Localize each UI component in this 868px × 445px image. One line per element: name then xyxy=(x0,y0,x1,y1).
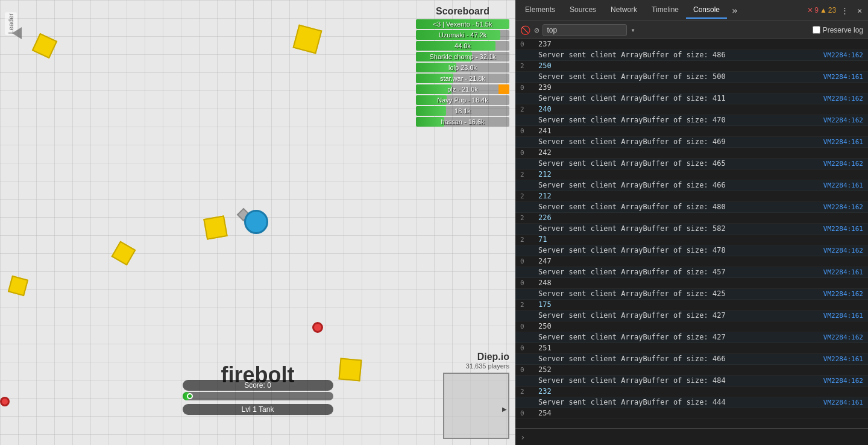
tab-elements[interactable]: Elements xyxy=(518,2,562,19)
level-bar: Lvl 1 Tank xyxy=(183,404,333,415)
console-input[interactable] xyxy=(529,433,863,441)
console-row-source[interactable]: VM2284:162 xyxy=(823,203,863,211)
console-row: Server sent client ArrayBuffer of size: … xyxy=(515,180,868,191)
console-row-prefix: 2 xyxy=(520,388,538,396)
scoreboard-entry: plz - 21.0k xyxy=(416,84,509,94)
score-label: Score: 0 xyxy=(183,380,333,391)
console-row: 0250 xyxy=(515,321,868,332)
console-row: Server sent client ArrayBuffer of size: … xyxy=(515,289,868,300)
console-row-prefix: 0 xyxy=(520,257,538,265)
preserve-log-text: Preserve log xyxy=(823,26,863,34)
console-row-prefix: 0 xyxy=(520,279,538,287)
console-row-message: Server sent client ArrayBuffer of size: … xyxy=(538,224,819,233)
red-circle-2 xyxy=(0,397,10,406)
preserve-log-checkbox[interactable] xyxy=(813,26,820,34)
filter-dropdown[interactable]: ▾ xyxy=(631,26,635,34)
console-row-prefix: 2 xyxy=(520,192,538,200)
console-row-message: Server sent client ArrayBuffer of size: … xyxy=(538,376,819,385)
console-row-source[interactable]: VM2284:162 xyxy=(823,160,863,168)
console-row-source[interactable]: VM2284:161 xyxy=(823,355,863,363)
console-row: Server sent client ArrayBuffer of size: … xyxy=(515,245,868,256)
tab-network[interactable]: Network xyxy=(603,2,644,19)
console-row-source[interactable]: VM2284:161 xyxy=(823,399,863,406)
console-row: Server sent client ArrayBuffer of size: … xyxy=(515,159,868,169)
diep-branding: Diep.io 31,635 players xyxy=(466,352,509,370)
console-row-source[interactable]: VM2284:161 xyxy=(823,138,863,146)
console-row-message: Server sent client ArrayBuffer of size: … xyxy=(538,268,819,276)
tab-console[interactable]: Console xyxy=(686,2,727,19)
filter-input[interactable] xyxy=(542,24,627,36)
mini-map: ▶ xyxy=(443,373,509,439)
console-row-prefix: 0 xyxy=(520,366,538,374)
diep-players: 31,635 players xyxy=(466,362,509,370)
console-row: Server sent client ArrayBuffer of size: … xyxy=(515,137,868,148)
devtools-close-icon[interactable]: ✕ xyxy=(854,4,866,17)
tab-timeline[interactable]: Timeline xyxy=(644,2,686,19)
tab-sources[interactable]: Sources xyxy=(562,2,603,19)
scoreboard-entry: Uzumaki - 47.2k xyxy=(416,30,509,40)
scoreboard-entries: <3 | Vexento - 51.5k Uzumaki - 47.2k 44.… xyxy=(416,19,509,127)
yellow-square xyxy=(32,33,58,59)
console-row: Server sent client ArrayBuffer of size: … xyxy=(515,397,868,408)
preserve-log-label[interactable]: Preserve log xyxy=(813,26,863,34)
leader-arrow xyxy=(12,27,22,39)
console-row-message: Server sent client ArrayBuffer of size: … xyxy=(538,203,819,211)
console-row-source[interactable]: VM2284:161 xyxy=(823,181,863,189)
red-circle xyxy=(312,322,323,333)
console-row-message: 237 xyxy=(538,40,863,48)
console-row-message: Server sent client ArrayBuffer of size: … xyxy=(538,355,819,363)
console-row: 2232 xyxy=(515,387,868,397)
console-row-message: 212 xyxy=(538,170,863,178)
console-row-source[interactable]: VM2284:162 xyxy=(823,95,863,103)
devtools-icons: ✕ 9 ▲ 23 ⋮ ✕ xyxy=(807,4,866,17)
console-row-message: 239 xyxy=(538,83,863,92)
console-row: 2226 xyxy=(515,213,868,224)
console-row: 0237 xyxy=(515,39,868,50)
console-row: 2175 xyxy=(515,300,868,311)
console-row-source[interactable]: VM2284:161 xyxy=(823,268,863,276)
console-row-message: Server sent client ArrayBuffer of size: … xyxy=(538,159,819,168)
console-row-source[interactable]: VM2284:161 xyxy=(823,225,863,233)
console-output[interactable]: 0237Server sent client ArrayBuffer of si… xyxy=(515,39,868,428)
console-row-source[interactable]: VM2284:162 xyxy=(823,377,863,385)
console-row: 2250 xyxy=(515,61,868,72)
console-row-message: 252 xyxy=(538,365,863,374)
console-row-source[interactable]: VM2284:162 xyxy=(823,116,863,124)
console-row-message: 250 xyxy=(538,322,863,330)
console-row: Server sent client ArrayBuffer of size: … xyxy=(515,267,868,278)
console-row-prefix: 2 xyxy=(520,171,538,178)
scoreboard-entry: lolp 23.0k xyxy=(416,63,509,72)
devtools-settings-icon[interactable]: ⋮ xyxy=(837,4,852,17)
yellow-square xyxy=(8,276,28,296)
console-row: Server sent client ArrayBuffer of size: … xyxy=(515,115,868,126)
console-row-source[interactable]: VM2284:162 xyxy=(823,333,863,341)
console-row-message: 226 xyxy=(538,213,863,222)
console-row-source[interactable]: VM2284:161 xyxy=(823,312,863,320)
scoreboard-entry: <3 | Vexento - 51.5k xyxy=(416,19,509,29)
yellow-square xyxy=(293,25,322,54)
yellow-square xyxy=(203,215,228,240)
console-row: Server sent client ArrayBuffer of size: … xyxy=(515,72,868,83)
score-bar: Score: 0 xyxy=(183,380,333,403)
console-row-source[interactable]: VM2284:162 xyxy=(823,247,863,254)
level-label: Lvl 1 Tank xyxy=(183,404,333,415)
scoreboard-title: Scoreboard xyxy=(416,6,509,17)
console-row-source[interactable]: VM2284:162 xyxy=(823,290,863,298)
console-row-message: 241 xyxy=(538,127,863,135)
console-row-source[interactable]: VM2284:161 xyxy=(823,73,863,81)
console-row-message: 175 xyxy=(538,300,863,309)
console-row-message: 71 xyxy=(538,235,863,244)
console-row-source[interactable]: VM2284:162 xyxy=(823,51,863,59)
console-row-prefix: 2 xyxy=(520,214,538,222)
console-row-message: 251 xyxy=(538,344,863,352)
clear-console-icon[interactable]: 🚫 xyxy=(520,25,530,35)
console-row-prefix: 0 xyxy=(520,409,538,417)
player-circle xyxy=(244,210,268,234)
tab-more-icon[interactable]: » xyxy=(727,2,743,19)
console-row: Server sent client ArrayBuffer of size: … xyxy=(515,224,868,235)
console-input-area: › xyxy=(515,428,868,445)
warn-triangle-icon: ▲ xyxy=(820,6,827,14)
console-row-prefix: 0 xyxy=(520,84,538,92)
filter-icon[interactable]: ⊘ xyxy=(534,25,539,35)
scoreboard-entry: 44.0k xyxy=(416,41,509,51)
